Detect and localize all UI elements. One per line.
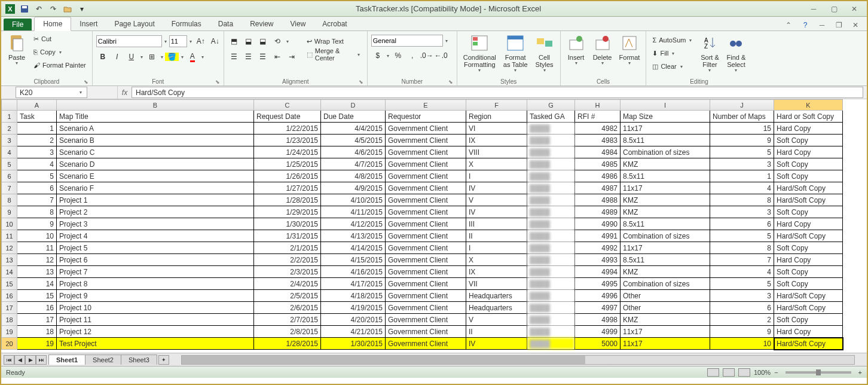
- cell-H7[interactable]: 4987: [575, 182, 621, 194]
- maximize-button[interactable]: ▢: [829, 4, 839, 14]
- cell-A12[interactable]: 11: [17, 242, 57, 254]
- cell-K9[interactable]: Soft Copy: [774, 206, 843, 218]
- row-header-10[interactable]: 10: [2, 218, 17, 230]
- cell-G12[interactable]: ████: [527, 242, 575, 254]
- cell-A13[interactable]: 12: [17, 254, 57, 266]
- col-header-G[interactable]: G: [527, 100, 575, 111]
- cell-C11[interactable]: 1/31/2015: [254, 230, 321, 242]
- cell-D16[interactable]: 4/18/2015: [321, 290, 386, 302]
- cell-F2[interactable]: VI: [466, 123, 527, 135]
- col-header-D[interactable]: D: [321, 100, 386, 111]
- clear-button[interactable]: ◫Clear▾: [650, 60, 695, 73]
- cell-B7[interactable]: Scenario F: [57, 182, 254, 194]
- cell-G15[interactable]: ████: [527, 278, 575, 290]
- workbook-minimize-icon[interactable]: ─: [817, 20, 827, 30]
- cell-I19[interactable]: 11x17: [621, 326, 710, 338]
- cell-E9[interactable]: Government Client: [386, 206, 466, 218]
- cell-K19[interactable]: Hard Copy: [774, 326, 843, 338]
- sheet-nav-first-icon[interactable]: ⏮: [4, 355, 14, 365]
- copy-button[interactable]: ⎘Copy▾: [31, 45, 88, 59]
- cell-F13[interactable]: X: [466, 254, 527, 266]
- row-header-1[interactable]: 1: [2, 111, 17, 123]
- cell-J3[interactable]: 9: [710, 135, 774, 146]
- cell-C18[interactable]: 2/7/2015: [254, 314, 321, 326]
- cell-K8[interactable]: Hard/Soft Copy: [774, 194, 843, 206]
- row-header-2[interactable]: 2: [2, 123, 17, 135]
- row-header-8[interactable]: 8: [2, 194, 17, 206]
- sheet-tab-sheet2[interactable]: Sheet2: [85, 355, 121, 365]
- tab-view[interactable]: View: [282, 17, 314, 30]
- cell-F19[interactable]: II: [466, 326, 527, 338]
- row-header-9[interactable]: 9: [2, 206, 17, 218]
- cell-K2[interactable]: Hard Copy: [774, 123, 843, 135]
- cell-J16[interactable]: 3: [710, 290, 774, 302]
- row-header-14[interactable]: 14: [2, 266, 17, 278]
- cell-E19[interactable]: Government Client: [386, 326, 466, 338]
- cell-B20[interactable]: Test Project: [57, 338, 254, 350]
- cell-K14[interactable]: Soft Copy: [774, 266, 843, 278]
- select-all-corner[interactable]: [2, 100, 17, 111]
- cell-J10[interactable]: 6: [710, 218, 774, 230]
- delete-cells-button[interactable]: Delete▾: [591, 32, 615, 68]
- cell-A7[interactable]: 6: [17, 182, 57, 194]
- cell-E12[interactable]: Government Client: [386, 242, 466, 254]
- cell-C20[interactable]: 1/28/2015: [254, 338, 321, 350]
- cell-E8[interactable]: Government Client: [386, 194, 466, 206]
- cell-B10[interactable]: Project 3: [57, 218, 254, 230]
- cell-A3[interactable]: 2: [17, 135, 57, 146]
- row-header-15[interactable]: 15: [2, 278, 17, 290]
- cell-I3[interactable]: 8.5x11: [621, 135, 710, 146]
- zoom-in-icon[interactable]: +: [858, 369, 862, 376]
- cell-G1[interactable]: Tasked GA: [527, 111, 575, 123]
- tab-review[interactable]: Review: [242, 17, 282, 30]
- col-header-K[interactable]: K: [774, 100, 843, 111]
- cell-D9[interactable]: 4/11/2015: [321, 206, 386, 218]
- row-header-11[interactable]: 11: [2, 230, 17, 242]
- underline-button[interactable]: U: [125, 50, 138, 63]
- cell-D20[interactable]: 1/30/2015: [321, 338, 386, 350]
- cell-F7[interactable]: IV: [466, 182, 527, 194]
- workbook-close-icon[interactable]: ✕: [850, 20, 861, 30]
- cell-H2[interactable]: 4982: [575, 123, 621, 135]
- insert-cells-button[interactable]: Insert▾: [564, 32, 588, 68]
- cell-K5[interactable]: Soft Copy: [774, 158, 843, 170]
- cell-A17[interactable]: 16: [17, 302, 57, 314]
- cell-E16[interactable]: Government Client: [386, 290, 466, 302]
- cell-E2[interactable]: Government Client: [386, 123, 466, 135]
- sort-filter-button[interactable]: AZSort & Filter▾: [698, 32, 722, 75]
- cell-G20[interactable]: ████: [527, 338, 575, 350]
- cell-J8[interactable]: 8: [710, 194, 774, 206]
- cell-D12[interactable]: 4/14/2015: [321, 242, 386, 254]
- align-bottom-icon[interactable]: ⬓: [256, 35, 270, 48]
- workbook-restore-icon[interactable]: ❐: [833, 20, 844, 30]
- cell-C1[interactable]: Request Date: [254, 111, 321, 123]
- new-sheet-icon[interactable]: ✦: [158, 355, 169, 365]
- cell-F5[interactable]: X: [466, 158, 527, 170]
- cell-D18[interactable]: 4/20/2015: [321, 314, 386, 326]
- cell-I7[interactable]: 11x17: [621, 182, 710, 194]
- cell-J15[interactable]: 5: [710, 278, 774, 290]
- sheet-nav-prev-icon[interactable]: ◀: [14, 355, 25, 365]
- cell-C7[interactable]: 1/27/2015: [254, 182, 321, 194]
- format-painter-button[interactable]: 🖌Format Painter: [31, 59, 88, 72]
- cell-J14[interactable]: 4: [710, 266, 774, 278]
- zoom-slider[interactable]: [786, 371, 851, 374]
- cell-B16[interactable]: Project 9: [57, 290, 254, 302]
- paste-button[interactable]: Paste▾: [5, 32, 29, 68]
- cell-J2[interactable]: 15: [710, 123, 774, 135]
- cell-K13[interactable]: Hard Copy: [774, 254, 843, 266]
- col-header-I[interactable]: I: [621, 100, 710, 111]
- cell-I17[interactable]: Other: [621, 302, 710, 314]
- cell-B5[interactable]: Scenario D: [57, 158, 254, 170]
- page-layout-view-icon[interactable]: [723, 368, 735, 377]
- align-center-icon[interactable]: ☰: [242, 50, 255, 63]
- cell-I5[interactable]: KMZ: [621, 158, 710, 170]
- cell-G8[interactable]: ████: [527, 194, 575, 206]
- open-icon[interactable]: [61, 3, 74, 15]
- cell-B2[interactable]: Scenario A: [57, 123, 254, 135]
- cell-F6[interactable]: I: [466, 170, 527, 182]
- format-cells-button[interactable]: Format▾: [617, 32, 643, 68]
- cell-I15[interactable]: Combination of sizes: [621, 278, 710, 290]
- cell-B13[interactable]: Project 6: [57, 254, 254, 266]
- cell-C15[interactable]: 2/4/2015: [254, 278, 321, 290]
